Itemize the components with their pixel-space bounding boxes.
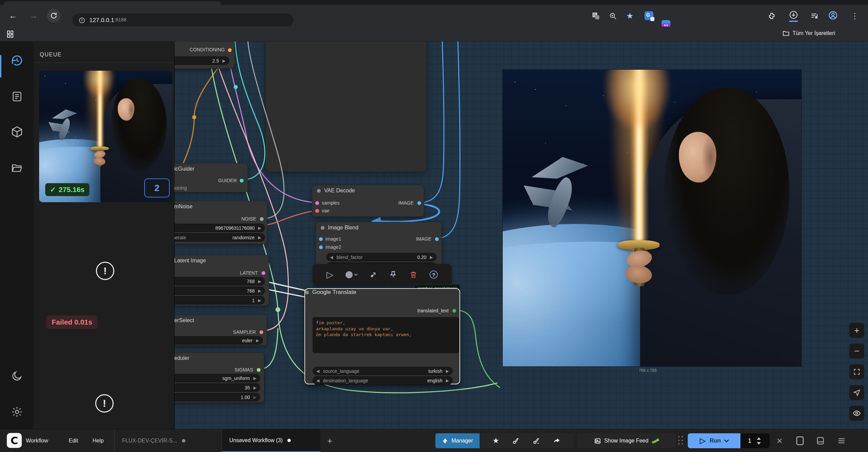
menu-help[interactable]: Help bbox=[88, 429, 108, 452]
theme-moon-icon[interactable] bbox=[8, 367, 26, 385]
node-empty-latent-image[interactable]: Latent Image LATENT 768▶ 768▶ ize1▶ bbox=[174, 255, 269, 306]
bottom-panel-icon[interactable] bbox=[814, 429, 827, 452]
image-preview[interactable] bbox=[503, 70, 801, 366]
extensions-puzzle-icon[interactable] bbox=[766, 10, 778, 22]
share-icon[interactable] bbox=[553, 437, 561, 445]
apps-grid-icon[interactable] bbox=[6, 30, 14, 38]
manager-button[interactable]: Manager bbox=[435, 433, 480, 448]
zoom-in-icon[interactable]: + bbox=[849, 323, 864, 338]
browser-menu-icon[interactable]: ⋮ bbox=[849, 10, 861, 22]
guider-output-dot[interactable] bbox=[240, 179, 244, 182]
logs-icon[interactable] bbox=[8, 88, 26, 105]
steps-widget[interactable]: 35▶ bbox=[174, 383, 260, 392]
control-after-generate-widget[interactable]: after generaterandomize▶ bbox=[174, 233, 265, 242]
bookmark-star-icon[interactable]: ★ bbox=[624, 10, 636, 22]
pin-icon[interactable] bbox=[389, 271, 397, 279]
playlist-icon[interactable] bbox=[809, 10, 820, 22]
node-ksampler-select[interactable]: erSelect SAMPLER nameeuler▶ bbox=[174, 315, 267, 346]
star-icon[interactable]: ★ bbox=[493, 436, 499, 445]
node-random-noise[interactable]: mNoise NOISE eed896709631176080▶ after g… bbox=[174, 201, 267, 244]
blend-factor-widget[interactable]: ◀blend_factor 0.20▶ bbox=[326, 253, 437, 261]
sampler-name-widget[interactable]: nameeuler▶ bbox=[174, 336, 263, 345]
node-basic-scheduler[interactable]: eduler SIGMAS sgm_uniform▶ 35▶ 1.00▶ bbox=[174, 352, 264, 403]
queue-menu-icon[interactable] bbox=[834, 429, 849, 452]
stepper-up-icon[interactable] bbox=[757, 437, 761, 440]
menu-workflow[interactable]: Workflow bbox=[21, 429, 53, 452]
sampler-output-dot[interactable] bbox=[260, 330, 263, 334]
delete-node-icon[interactable] bbox=[410, 271, 417, 279]
menu-edit[interactable]: Edit bbox=[64, 429, 83, 452]
show-image-feed-button[interactable]: Show Image Feed bbox=[578, 433, 675, 448]
clear-queue-icon[interactable]: × bbox=[773, 429, 786, 452]
batch-count-stepper[interactable]: 1 bbox=[740, 433, 770, 448]
browser-tab[interactable] bbox=[3, 1, 221, 5]
unsaved-dot-icon bbox=[182, 439, 185, 442]
node-flux-guidance[interactable]: CONDITIONING 2.5▶ bbox=[174, 41, 235, 69]
node-title: icGuider bbox=[174, 166, 195, 172]
fit-view-icon[interactable] bbox=[849, 364, 864, 379]
guidance-widget[interactable]: 2.5▶ bbox=[174, 56, 229, 65]
vae-input-dot[interactable] bbox=[315, 209, 319, 213]
workflows-folder-icon[interactable] bbox=[8, 159, 26, 177]
image-output-dot[interactable] bbox=[435, 237, 439, 241]
back-icon[interactable]: ← bbox=[6, 9, 20, 22]
comfyui-logo[interactable]: C bbox=[7, 433, 22, 448]
stop-square-icon[interactable] bbox=[793, 429, 807, 452]
prompt-textarea[interactable]: fim poster, arkaplanda uzay ve dünya var… bbox=[313, 317, 459, 353]
collapsed-preview-node[interactable] bbox=[265, 41, 427, 172]
forward-icon[interactable]: → bbox=[27, 9, 40, 22]
all-bookmarks-button[interactable]: Tüm Yer İşaretleri bbox=[782, 30, 835, 37]
destination-language-widget[interactable]: ◀destination_language english▶ bbox=[313, 376, 453, 385]
tab-workflow-inactive[interactable]: FLUX-DEV-ÇEVİR-S... bbox=[115, 429, 221, 452]
conditioning-output-dot[interactable] bbox=[228, 48, 232, 52]
latent-output-dot[interactable] bbox=[262, 271, 265, 275]
profile-icon[interactable] bbox=[827, 10, 839, 21]
image-output-dot[interactable] bbox=[417, 201, 421, 205]
error-icon[interactable]: ! bbox=[96, 262, 114, 280]
pointer-icon[interactable] bbox=[849, 385, 864, 400]
queue-result-thumbnail[interactable]: ✓ 275.16s 2 bbox=[39, 71, 172, 202]
fix-nodes-alt-icon[interactable] bbox=[533, 437, 540, 445]
url-bar[interactable]: 127.0.0.1:8188 bbox=[72, 13, 294, 28]
batch-size-widget[interactable]: ize1▶ bbox=[174, 296, 265, 305]
run-node-icon[interactable]: ▷ bbox=[327, 270, 333, 280]
site-info-icon[interactable] bbox=[79, 17, 85, 24]
zoom-out-icon[interactable]: − bbox=[849, 344, 864, 359]
source-language-widget[interactable]: ◀source_language turkish▶ bbox=[313, 367, 453, 375]
bypass-icon[interactable] bbox=[369, 271, 378, 279]
run-button[interactable]: ▷ Run bbox=[688, 433, 740, 448]
refresh-icon[interactable] bbox=[47, 9, 61, 22]
node-vae-decode[interactable]: VAE Decode samples vae IMAGE bbox=[312, 185, 424, 217]
new-workflow-tab-icon[interactable]: + bbox=[324, 429, 336, 452]
translate-page-icon[interactable]: G bbox=[590, 10, 602, 22]
fix-nodes-icon[interactable] bbox=[512, 437, 520, 445]
noise-output-dot[interactable] bbox=[260, 217, 264, 221]
sigmas-output-dot[interactable] bbox=[257, 368, 261, 372]
download-icon[interactable] bbox=[788, 10, 799, 21]
image1-input-dot[interactable] bbox=[319, 237, 323, 241]
samples-input-dot[interactable] bbox=[315, 201, 319, 205]
seed-widget[interactable]: eed896709631176080▶ bbox=[174, 224, 265, 232]
node-basic-guider[interactable]: icGuider GUIDER ioning bbox=[174, 163, 248, 192]
ext-translate-icon[interactable]: G bbox=[645, 11, 653, 20]
settings-gear-icon[interactable] bbox=[8, 403, 26, 421]
eye-icon[interactable] bbox=[849, 406, 864, 421]
drag-handle[interactable] bbox=[678, 436, 684, 446]
help-icon[interactable]: ? bbox=[430, 271, 438, 279]
node-color-icon[interactable] bbox=[346, 271, 357, 278]
stepper-down-icon[interactable] bbox=[757, 442, 761, 445]
image2-input-dot[interactable] bbox=[319, 245, 323, 249]
width-widget[interactable]: 768▶ bbox=[174, 277, 265, 285]
tab-workflow-active[interactable]: Unsaved Workflow (3) bbox=[222, 429, 320, 452]
error-icon[interactable]: ! bbox=[95, 394, 114, 413]
scheduler-widget[interactable]: sgm_uniform▶ bbox=[174, 374, 260, 382]
denoise-widget[interactable]: 1.00▶ bbox=[174, 393, 260, 401]
node-google-translate[interactable]: Google Translate translated_text fim pos… bbox=[304, 288, 460, 384]
batch-count-badge[interactable]: 2 bbox=[144, 178, 170, 197]
zoom-search-icon[interactable] bbox=[607, 10, 619, 22]
height-widget[interactable]: 768▶ bbox=[174, 286, 265, 295]
queue-history-icon[interactable] bbox=[8, 52, 26, 69]
translated-text-output-dot[interactable] bbox=[452, 309, 456, 313]
node-graph-canvas[interactable]: CONDITIONING 2.5▶ icGuider GUIDER ioning… bbox=[174, 41, 868, 429]
models-cube-icon[interactable] bbox=[8, 123, 26, 141]
